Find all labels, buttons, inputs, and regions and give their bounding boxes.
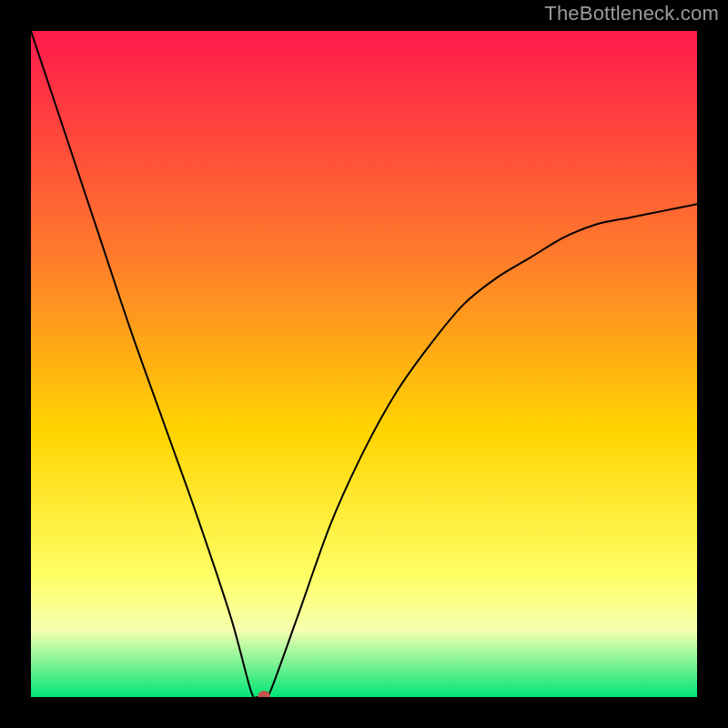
- chart-svg: [0, 0, 728, 728]
- chart-container: TheBottleneck.com: [0, 0, 728, 728]
- plot-background: [31, 31, 697, 697]
- watermark-label: TheBottleneck.com: [544, 2, 719, 25]
